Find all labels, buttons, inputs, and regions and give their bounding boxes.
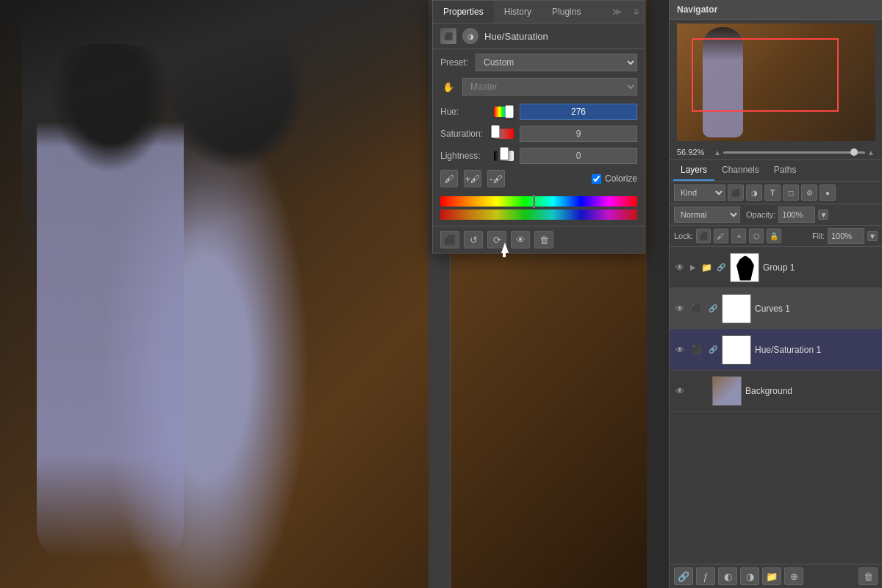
new-adjustment-button[interactable]: ◑ <box>740 567 759 585</box>
lightness-slider-track[interactable] <box>494 151 514 161</box>
layer-group1-visibility[interactable]: 👁 <box>674 262 686 273</box>
layer-curves1[interactable]: 👁 ⬛ 🔗 Curves 1 <box>670 288 882 329</box>
layer-group1[interactable]: 👁 ▶ 📁 🔗 Group 1 <box>670 247 882 288</box>
properties-panel: Properties History Plugins ≫ ≡ ⬛ ◑ Hue/S… <box>432 0 645 254</box>
zoom-slider[interactable] <box>723 151 865 154</box>
lightness-slider-container[interactable] <box>494 148 514 163</box>
visibility-toggle-button[interactable]: 👁 <box>511 231 530 248</box>
tab-layers[interactable]: Layers <box>673 160 714 181</box>
eyedroppers-row: 🖋 +🖋 -🖋 Colorize <box>433 167 645 190</box>
clip-to-layer-button[interactable]: ⬛ <box>440 231 459 248</box>
link-layers-button[interactable]: 🔗 <box>674 567 693 585</box>
zoom-slider-thumb[interactable] <box>850 148 858 156</box>
tab-paths[interactable]: Paths <box>767 160 804 181</box>
layer-group1-expand[interactable]: ▶ <box>689 264 697 271</box>
layer-curves1-name: Curves 1 <box>755 304 878 314</box>
layers-kind-toolbar: Kind ⬛ ◑ T ◻ ⚙ ● <box>670 182 882 204</box>
colorize-checkbox-group: Colorize <box>592 173 637 184</box>
eyedropper-subtract-button[interactable]: -🖋 <box>487 170 505 187</box>
hue-range-bar-bottom[interactable] <box>440 209 637 220</box>
layer-background-thumbnail <box>712 376 742 406</box>
saturation-value-input[interactable]: 9 <box>520 126 637 142</box>
delete-button[interactable]: 🗑 <box>534 231 553 248</box>
layer-group1-folder-icon: 📁 <box>700 262 712 273</box>
saturation-label: Saturation: <box>440 129 488 139</box>
layer-huesat1-adj-icon: ⬛ <box>689 343 704 357</box>
lightness-label: Lightness: <box>440 151 488 161</box>
lock-position-button[interactable]: + <box>731 229 746 243</box>
filter-kind-select[interactable]: Kind <box>674 184 725 201</box>
layer-curves1-thumbnail <box>722 294 751 323</box>
channel-select[interactable]: Master Reds Yellows Greens <box>462 78 637 96</box>
fill-input[interactable] <box>828 228 864 244</box>
layer-curves1-adj-icon: ⬛ <box>689 301 704 316</box>
navigator-title: Navigator <box>670 0 882 20</box>
new-group-button[interactable]: 📁 <box>762 567 781 585</box>
hue-cursor <box>533 194 535 209</box>
more-panels-button[interactable]: ≫ <box>606 2 628 21</box>
layer-huesat1[interactable]: 👁 ⬛ 🔗 Hue/Saturation 1 <box>670 329 882 370</box>
hue-slider-thumb[interactable] <box>505 105 514 118</box>
tab-history[interactable]: History <box>494 1 542 23</box>
tab-channels[interactable]: Channels <box>714 160 767 181</box>
hue-range-bar-top[interactable] <box>440 196 637 207</box>
layer-huesat1-chain: 🔗 <box>708 345 718 355</box>
zoom-out-icon[interactable]: ▲ <box>714 148 721 157</box>
lightness-slider-thumb[interactable] <box>500 147 509 160</box>
tab-plugins[interactable]: Plugins <box>542 1 591 23</box>
right-panel: Navigator 56.92% ▲ ▲ Layers Channels Pat… <box>669 0 882 588</box>
panel-menu-button[interactable]: ≡ <box>628 2 645 21</box>
filter-adjust-icon[interactable]: ◑ <box>746 184 762 201</box>
layer-group1-thumbnail <box>730 253 759 282</box>
lock-pixels-button[interactable]: ⬛ <box>696 229 711 243</box>
zoom-in-icon[interactable]: ▲ <box>867 148 875 157</box>
layer-curves1-visibility[interactable]: 👁 <box>674 303 686 315</box>
reset-button[interactable]: ⟳ <box>487 231 506 248</box>
layer-background[interactable]: 👁 Background <box>670 370 882 412</box>
hue-slider-track[interactable] <box>494 107 514 117</box>
eyedropper-add-button[interactable]: +🖋 <box>464 170 481 187</box>
colorize-checkbox[interactable] <box>592 174 601 184</box>
opacity-dropdown-icon[interactable]: ▼ <box>818 209 828 220</box>
layer-huesat1-thumbnail <box>722 335 751 365</box>
filter-type-icon[interactable]: T <box>764 184 781 201</box>
delete-layer-button[interactable]: 🗑 <box>858 567 878 585</box>
hue-slider-container[interactable] <box>494 104 514 119</box>
preset-select[interactable]: Custom Default Sepia <box>476 54 637 71</box>
layer-background-visibility[interactable]: 👁 <box>674 385 686 397</box>
saturation-slider-container[interactable] <box>494 126 514 141</box>
navigator-thumbnail[interactable] <box>677 24 875 141</box>
blend-mode-select[interactable]: Normal Multiply Screen <box>674 207 740 223</box>
zoom-value: 56.92% <box>677 148 710 157</box>
lightness-slider-row: Lightness: 0 <box>433 145 645 167</box>
master-row: ✋ Master Reds Yellows Greens <box>433 76 645 98</box>
saturation-slider-thumb[interactable] <box>491 125 500 138</box>
hue-value-input[interactable]: 276 <box>520 104 637 120</box>
lock-image-button[interactable]: 🖋 <box>714 229 728 243</box>
saturation-slider-track[interactable] <box>494 129 514 139</box>
on-image-tool-icon[interactable]: ✋ <box>440 79 456 95</box>
previous-state-button[interactable]: ↺ <box>464 231 483 248</box>
filter-smart-icon[interactable]: ⚙ <box>801 184 817 201</box>
lock-artboard-button[interactable]: ⬡ <box>749 229 764 243</box>
filter-more-icon[interactable]: ● <box>820 184 836 201</box>
lightness-value-input[interactable]: 0 <box>520 148 637 164</box>
lock-all-button[interactable]: 🔒 <box>767 229 781 243</box>
add-layer-style-button[interactable]: ƒ <box>696 567 715 585</box>
lock-row: Lock: ⬛ 🖋 + ⬡ 🔒 Fill: ▼ <box>670 226 882 247</box>
add-mask-button[interactable]: ◐ <box>718 567 737 585</box>
filter-shape-icon[interactable]: ◻ <box>783 184 799 201</box>
eyedropper-button[interactable]: 🖋 <box>440 170 458 187</box>
properties-tabs-bar: Properties History Plugins ≫ ≡ <box>433 1 645 24</box>
layer-huesat1-visibility[interactable]: 👁 <box>674 344 686 356</box>
opacity-input[interactable] <box>778 207 815 223</box>
blend-mode-row: Normal Multiply Screen Opacity: ▼ <box>670 204 882 226</box>
fill-dropdown-icon[interactable]: ▼ <box>867 231 878 241</box>
tab-properties[interactable]: Properties <box>433 1 494 23</box>
layers-bottom-toolbar: 🔗 ƒ ◐ ◑ 📁 ⊕ 🗑 <box>670 564 882 588</box>
layer-curves1-chain: 🔗 <box>708 304 718 314</box>
layer-background-name: Background <box>745 386 878 396</box>
filter-pixel-icon[interactable]: ⬛ <box>728 184 744 201</box>
new-layer-button[interactable]: ⊕ <box>784 567 803 585</box>
preset-label: Preset: <box>440 57 470 68</box>
